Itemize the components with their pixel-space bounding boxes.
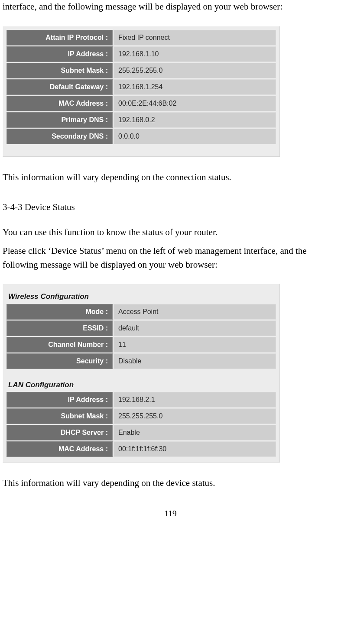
field-label: Subnet Mask : bbox=[6, 408, 113, 424]
field-value: 192.168.1.254 bbox=[114, 79, 276, 95]
wireless-tbody: Mode : Access Point ESSID : default Chan… bbox=[6, 304, 276, 369]
table-row: DHCP Server : Enable bbox=[6, 425, 276, 440]
table-row: Secondary DNS : 0.0.0.0 bbox=[6, 129, 276, 144]
field-value: 255.255.255.0 bbox=[114, 408, 276, 424]
field-value: default bbox=[114, 320, 276, 336]
field-label: Default Gateway : bbox=[6, 79, 113, 95]
table-row: Subnet Mask : 255.255.255.0 bbox=[6, 408, 276, 424]
field-label: Secondary DNS : bbox=[6, 129, 113, 144]
table-row: Channel Number : 11 bbox=[6, 337, 276, 353]
note-connection-status: This information will vary depending on … bbox=[3, 171, 338, 184]
table-row: Mode : Access Point bbox=[6, 304, 276, 320]
field-label: Mode : bbox=[6, 304, 113, 320]
field-label: ESSID : bbox=[6, 320, 113, 336]
field-label: Primary DNS : bbox=[6, 112, 113, 128]
field-label: Channel Number : bbox=[6, 337, 113, 353]
field-value: 00:1f:1f:1f:6f:30 bbox=[114, 441, 276, 457]
field-label: Security : bbox=[6, 353, 113, 369]
lan-tbody: IP Address : 192.168.2.1 Subnet Mask : 2… bbox=[6, 392, 276, 457]
table-row: Subnet Mask : 255.255.255.0 bbox=[6, 63, 276, 78]
table-row: IP Address : 192.168.1.10 bbox=[6, 46, 276, 62]
table-row: MAC Address : 00:1f:1f:1f:6f:30 bbox=[6, 441, 276, 457]
field-value: Fixed IP connect bbox=[114, 30, 276, 45]
field-value: 00:0E:2E:44:6B:02 bbox=[114, 96, 276, 111]
table-row: Attain IP Protocol : Fixed IP connect bbox=[6, 30, 276, 45]
note-device-status: This information will vary depending on … bbox=[3, 476, 338, 490]
field-value: 192.168.2.1 bbox=[114, 392, 276, 408]
lan-config-table: IP Address : 192.168.2.1 Subnet Mask : 2… bbox=[6, 391, 277, 458]
lan-config-heading: LAN Configuration bbox=[6, 370, 277, 392]
intro-paragraph-continued: interface, and the following message wil… bbox=[3, 0, 338, 14]
table-row: Security : Disable bbox=[6, 353, 276, 369]
table-row: IP Address : 192.168.2.1 bbox=[6, 392, 276, 408]
wireless-config-table: Mode : Access Point ESSID : default Chan… bbox=[6, 303, 277, 370]
field-label: Attain IP Protocol : bbox=[6, 30, 113, 45]
table-row: ESSID : default bbox=[6, 320, 276, 336]
field-label: DHCP Server : bbox=[6, 425, 113, 440]
device-status-instruction: Please click ‘Device Status’ menu on the… bbox=[3, 244, 338, 272]
field-value: 0.0.0.0 bbox=[114, 129, 276, 144]
field-label: IP Address : bbox=[6, 392, 113, 408]
field-label: Subnet Mask : bbox=[6, 63, 113, 78]
field-value: 192.168.1.10 bbox=[114, 46, 276, 62]
table-row: Default Gateway : 192.168.1.254 bbox=[6, 79, 276, 95]
ip-status-tbody: Attain IP Protocol : Fixed IP connect IP… bbox=[6, 30, 276, 144]
field-value: Enable bbox=[114, 425, 276, 440]
field-value: 255.255.255.0 bbox=[114, 63, 276, 78]
page-number: 119 bbox=[3, 508, 338, 520]
device-status-panel: Wireless Configuration Mode : Access Poi… bbox=[3, 284, 280, 463]
field-value: Access Point bbox=[114, 304, 276, 320]
field-label: IP Address : bbox=[6, 46, 113, 62]
field-label: MAC Address : bbox=[6, 441, 113, 457]
field-label: MAC Address : bbox=[6, 96, 113, 111]
field-value: 11 bbox=[114, 337, 276, 353]
section-title-device-status: 3-4-3 Device Status bbox=[3, 201, 338, 214]
table-row: MAC Address : 00:0E:2E:44:6B:02 bbox=[6, 96, 276, 111]
ip-status-panel: Attain IP Protocol : Fixed IP connect IP… bbox=[3, 26, 280, 157]
table-row: Primary DNS : 192.168.0.2 bbox=[6, 112, 276, 128]
field-value: 192.168.0.2 bbox=[114, 112, 276, 128]
field-value: Disable bbox=[114, 353, 276, 369]
device-status-intro: You can use this function to know the st… bbox=[3, 226, 338, 239]
ip-status-table: Attain IP Protocol : Fixed IP connect IP… bbox=[6, 29, 277, 145]
wireless-config-heading: Wireless Configuration bbox=[6, 287, 277, 303]
